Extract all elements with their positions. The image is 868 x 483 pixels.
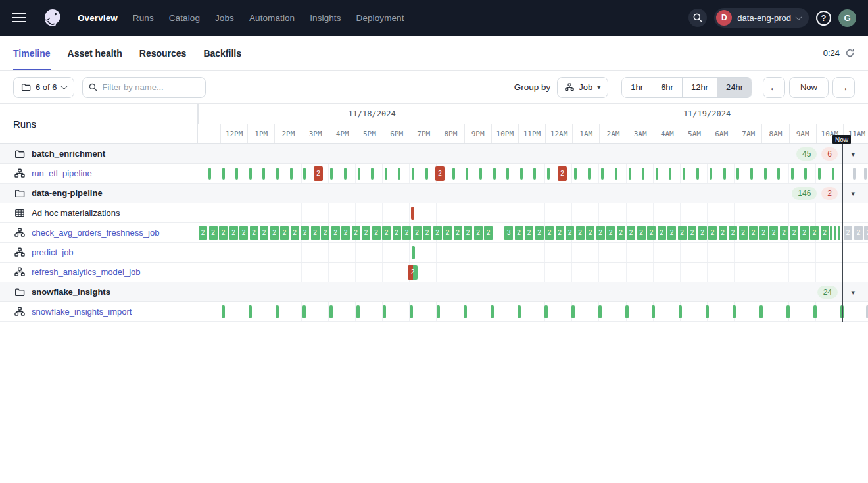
run-box-green[interactable]: 2: [291, 226, 299, 240]
run-tick-green[interactable]: [276, 168, 279, 180]
range-1hr[interactable]: 1hr: [622, 78, 652, 97]
run-tick-green[interactable]: [830, 226, 832, 240]
run-tick-green[interactable]: [235, 168, 238, 180]
tab-backfills[interactable]: Backfills: [203, 36, 241, 70]
run-box-green[interactable]: 2: [311, 226, 320, 240]
run-tick-green[interactable]: [329, 305, 333, 318]
nav-item-overview[interactable]: Overview: [78, 13, 118, 23]
dagster-logo[interactable]: [41, 6, 64, 30]
run-tick-green[interactable]: [696, 168, 699, 180]
run-box-green[interactable]: 2: [239, 226, 248, 240]
help-icon[interactable]: ?: [816, 11, 831, 26]
run-box-green[interactable]: 2: [617, 226, 625, 240]
run-tick-green[interactable]: [642, 168, 644, 180]
run-box-green[interactable]: 2: [576, 226, 585, 240]
run-tick-green[interactable]: [736, 168, 739, 180]
run-box-green[interactable]: 2: [637, 226, 646, 240]
run-tick-green[interactable]: [813, 305, 817, 318]
run-tick-green[interactable]: [834, 226, 836, 240]
group-by-dropdown[interactable]: Job ▾: [557, 77, 608, 98]
run-tick-green[interactable]: [371, 168, 374, 180]
run-tick-green[interactable]: [710, 168, 712, 180]
run-tick-green[interactable]: [425, 168, 428, 180]
run-box-green[interactable]: 2: [352, 226, 360, 240]
expand-caret-icon[interactable]: ▾: [851, 189, 855, 197]
nav-item-runs[interactable]: Runs: [133, 13, 154, 23]
timeline-now-button[interactable]: Now: [789, 77, 829, 98]
run-tick-green[interactable]: [276, 305, 279, 318]
run-tick-green[interactable]: [208, 168, 211, 180]
run-box-green[interactable]: 2: [729, 226, 737, 240]
job-name-link[interactable]: refresh_analytics_model_job: [32, 267, 140, 277]
run-tick-green[interactable]: [625, 305, 629, 318]
run-tick-green[interactable]: [547, 168, 550, 180]
run-box-green[interactable]: 2: [566, 226, 574, 240]
run-tick-green[interactable]: [410, 305, 413, 318]
run-box-gray[interactable]: 2: [844, 226, 852, 240]
run-box-green[interactable]: 2: [545, 226, 554, 240]
run-tick-green[interactable]: [303, 168, 306, 180]
filter-by-name-input[interactable]: [82, 77, 206, 98]
job-name-link[interactable]: run_etl_pipeline: [32, 168, 92, 178]
run-tick-green[interactable]: [786, 305, 790, 318]
nav-item-jobs[interactable]: Jobs: [215, 13, 234, 23]
run-tick-green[interactable]: [491, 305, 494, 318]
run-box-green[interactable]: 2: [749, 226, 758, 240]
run-tick-green[interactable]: [656, 168, 658, 180]
run-box-red[interactable]: 2: [435, 166, 445, 181]
expand-caret-icon[interactable]: ▾: [851, 149, 855, 158]
range-24hr[interactable]: 24hr: [717, 78, 752, 97]
run-box-green[interactable]: 2: [250, 226, 258, 240]
run-box-green[interactable]: 2: [780, 226, 788, 240]
group-row-label[interactable]: snowflake_insights: [0, 282, 197, 301]
run-box-green[interactable]: 2: [199, 226, 207, 240]
run-tick-green[interactable]: [290, 168, 293, 180]
run-box-gray[interactable]: 2: [854, 226, 863, 240]
user-avatar[interactable]: G: [838, 9, 856, 27]
run-tick-green[interactable]: [412, 246, 415, 259]
run-box-green[interactable]: 2: [443, 226, 452, 240]
run-tick-green[interactable]: [615, 168, 617, 180]
run-box-green[interactable]: 2: [219, 226, 228, 240]
run-tick-green[interactable]: [344, 168, 347, 180]
run-tick-green[interactable]: [791, 168, 794, 180]
nav-item-insights[interactable]: Insights: [310, 13, 341, 23]
run-tick-gray[interactable]: [853, 168, 856, 180]
run-tick-green[interactable]: [398, 168, 400, 180]
range-6hr[interactable]: 6hr: [652, 78, 682, 97]
run-tick-green[interactable]: [358, 168, 360, 180]
run-tick-green[interactable]: [249, 305, 252, 318]
run-tick-green[interactable]: [750, 168, 753, 180]
run-box-green[interactable]: 2: [790, 226, 798, 240]
run-box-green[interactable]: 2: [382, 226, 391, 240]
run-tick-green[interactable]: [601, 168, 604, 180]
nav-item-automation[interactable]: Automation: [249, 13, 295, 23]
run-box-green[interactable]: 2: [719, 226, 727, 240]
run-box-green[interactable]: 2: [270, 226, 279, 240]
run-box-green[interactable]: 2: [667, 226, 676, 240]
timeline-next-button[interactable]: →: [832, 77, 855, 98]
run-tick-green[interactable]: [222, 168, 225, 180]
run-box-green[interactable]: 2: [769, 226, 778, 240]
run-box-green[interactable]: 3: [504, 226, 513, 240]
run-tick-green[interactable]: [385, 168, 387, 180]
hamburger-menu-icon[interactable]: [12, 13, 26, 22]
run-tick-green[interactable]: [669, 168, 671, 180]
run-box-green[interactable]: 2: [688, 226, 696, 240]
run-box-green[interactable]: 2: [454, 226, 462, 240]
run-box-green[interactable]: 2: [810, 226, 819, 240]
run-tick-green[interactable]: [588, 168, 591, 180]
run-box-green[interactable]: 2: [362, 226, 370, 240]
repo-filter-button[interactable]: 6 of 6: [13, 77, 74, 98]
run-box-green[interactable]: 2: [658, 226, 666, 240]
run-tick-green[interactable]: [493, 168, 496, 180]
run-box-green[interactable]: 2: [708, 226, 717, 240]
run-box-green[interactable]: 2: [556, 226, 564, 240]
run-tick-green[interactable]: [723, 168, 726, 180]
group-row-label[interactable]: batch_enrichment: [0, 144, 197, 163]
range-12hr[interactable]: 12hr: [682, 78, 717, 97]
run-tick-green[interactable]: [412, 168, 414, 180]
run-box-green[interactable]: 2: [301, 226, 309, 240]
run-box-green[interactable]: 2: [760, 226, 768, 240]
run-box-green[interactable]: 2: [209, 226, 218, 240]
